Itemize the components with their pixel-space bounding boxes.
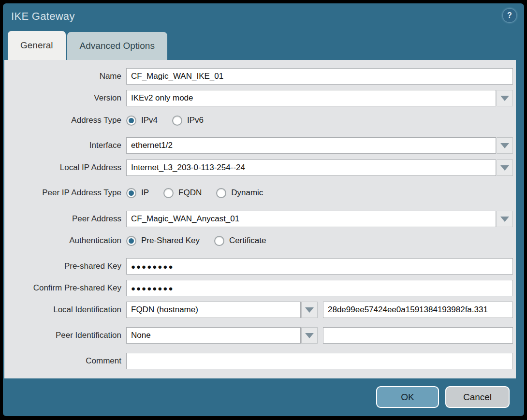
peer-identification-type-select[interactable]: None <box>126 327 318 344</box>
peer-identification-label: Peer Identification <box>4 331 126 340</box>
radio-unselected-icon[interactable] <box>214 236 224 246</box>
tab-bar: General Advanced Options <box>8 31 167 60</box>
address-type-row: Address Type IPv4 IPv6 <box>4 114 513 127</box>
local-ip-address-select[interactable]: Internet_L3_203-0-113-254--24 <box>126 159 513 176</box>
chevron-down-icon <box>500 217 509 222</box>
confirm-pre-shared-key-input[interactable] <box>126 280 513 296</box>
tab-general[interactable]: General <box>8 31 66 60</box>
peer-address-row: Peer Address CF_Magic_WAN_Anycast_01 <box>4 211 513 227</box>
pre-shared-key-row: Pre-shared Key <box>4 258 513 275</box>
local-ip-address-dropdown-button[interactable] <box>497 159 513 176</box>
name-input[interactable] <box>126 68 513 85</box>
ike-gateway-dialog: IKE Gateway ? General Advanced Options N… <box>3 3 524 416</box>
peer-identification-value-input[interactable] <box>323 327 513 344</box>
comment-input[interactable] <box>126 353 513 369</box>
interface-selected-value[interactable]: ethernet1/2 <box>126 137 496 154</box>
comment-label: Comment <box>4 356 126 366</box>
interface-select[interactable]: ethernet1/2 <box>126 137 513 154</box>
radio-option-ip[interactable]: IP <box>126 188 149 198</box>
dialog-footer: OK Cancel <box>3 378 524 416</box>
tab-advanced-options[interactable]: Advanced Options <box>67 32 167 60</box>
ok-button[interactable]: OK <box>376 386 439 408</box>
peer-identification-type-value[interactable]: None <box>126 327 301 344</box>
interface-row: Interface ethernet1/2 <box>4 137 513 154</box>
peer-address-dropdown-button[interactable] <box>497 211 513 227</box>
name-row: Name <box>4 68 513 85</box>
chevron-down-icon <box>500 96 509 101</box>
local-identification-row: Local Identification FQDN (hostname) <box>4 302 513 318</box>
dialog-titlebar: IKE Gateway ? <box>3 3 524 28</box>
radio-selected-icon[interactable] <box>126 188 136 198</box>
radio-selected-icon[interactable] <box>126 236 136 246</box>
radio-option-ipv4[interactable]: IPv4 <box>126 116 158 126</box>
radio-option-fqdn[interactable]: FQDN <box>163 188 202 198</box>
local-ip-address-selected-value[interactable]: Internet_L3_203-0-113-254--24 <box>126 159 496 176</box>
local-identification-type-select[interactable]: FQDN (hostname) <box>126 302 318 318</box>
dialog-title: IKE Gateway <box>11 10 75 23</box>
interface-label: Interface <box>4 141 126 150</box>
comment-row: Comment <box>4 353 513 369</box>
local-identification-dropdown-button[interactable] <box>301 302 318 318</box>
chevron-down-icon <box>500 143 509 148</box>
cancel-button[interactable]: Cancel <box>445 386 510 408</box>
version-select[interactable]: IKEv2 only mode <box>126 90 513 106</box>
radio-unselected-icon[interactable] <box>163 188 174 198</box>
peer-identification-dropdown-button[interactable] <box>301 327 318 344</box>
authentication-label: Authentication <box>4 236 126 246</box>
chevron-down-icon <box>305 333 314 338</box>
local-identification-label: Local Identification <box>4 305 126 315</box>
confirm-pre-shared-key-row: Confirm Pre-shared Key <box>4 280 513 296</box>
local-identification-value-input[interactable] <box>323 302 513 318</box>
interface-dropdown-button[interactable] <box>497 137 513 154</box>
name-label: Name <box>4 72 126 81</box>
version-row: Version IKEv2 only mode <box>4 90 513 106</box>
chevron-down-icon <box>500 165 509 171</box>
version-label: Version <box>4 93 126 103</box>
radio-option-certificate[interactable]: Certificate <box>214 236 266 246</box>
help-icon[interactable]: ? <box>503 9 516 22</box>
confirm-pre-shared-key-label: Confirm Pre-shared Key <box>4 283 126 293</box>
pre-shared-key-label: Pre-shared Key <box>4 261 126 271</box>
radio-option-pre-shared-key[interactable]: Pre-Shared Key <box>126 236 200 246</box>
local-identification-type-value[interactable]: FQDN (hostname) <box>126 302 301 318</box>
radio-option-ipv6[interactable]: IPv6 <box>172 116 204 126</box>
peer-address-label: Peer Address <box>4 214 126 224</box>
version-selected-value[interactable]: IKEv2 only mode <box>126 90 496 106</box>
peer-address-select[interactable]: CF_Magic_WAN_Anycast_01 <box>126 211 513 227</box>
peer-identification-row: Peer Identification None <box>4 327 513 344</box>
radio-unselected-icon[interactable] <box>216 188 226 198</box>
radio-unselected-icon[interactable] <box>172 116 182 126</box>
radio-selected-icon[interactable] <box>126 116 136 126</box>
chevron-down-icon <box>305 307 314 313</box>
peer-address-selected-value[interactable]: CF_Magic_WAN_Anycast_01 <box>126 211 496 227</box>
version-dropdown-button[interactable] <box>497 90 513 106</box>
address-type-label: Address Type <box>4 116 126 125</box>
radio-option-dynamic[interactable]: Dynamic <box>216 188 263 198</box>
peer-ip-address-type-label: Peer IP Address Type <box>4 188 126 198</box>
local-ip-address-label: Local IP Address <box>4 163 126 173</box>
local-ip-address-row: Local IP Address Internet_L3_203-0-113-2… <box>4 159 513 176</box>
general-tab-panel: Name Version IKEv2 only mode Address Typ… <box>4 60 516 378</box>
peer-ip-address-type-row: Peer IP Address Type IP FQDN Dynamic <box>4 186 513 200</box>
authentication-row: Authentication Pre-Shared Key Certificat… <box>4 234 513 247</box>
pre-shared-key-input[interactable] <box>126 258 513 275</box>
